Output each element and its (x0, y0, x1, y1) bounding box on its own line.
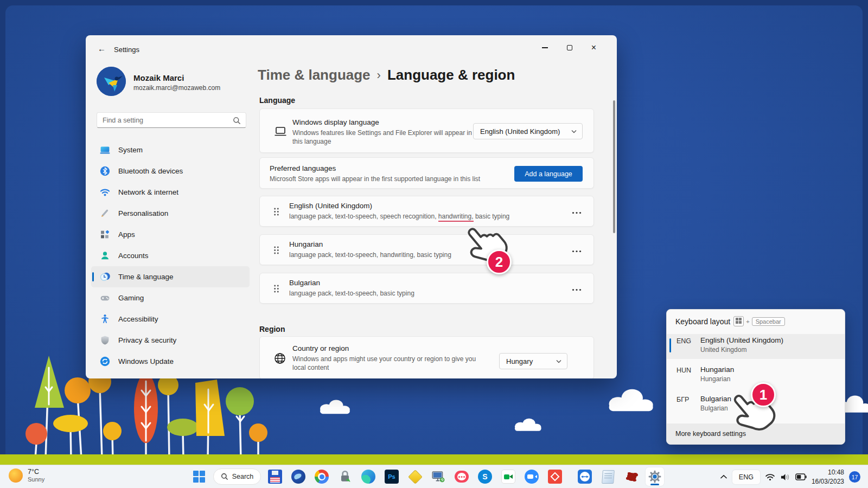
setting-title: Country or region (292, 344, 488, 352)
display-language-dropdown[interactable]: English (United Kingdom) (473, 123, 583, 139)
step-number: 1 (760, 387, 767, 403)
update-icon (100, 356, 110, 367)
floppy-app-icon (268, 470, 282, 484)
settings-search (97, 112, 246, 128)
taskbar-app-chrome[interactable] (312, 467, 331, 486)
screen: { "win": { "title": "Settings", "user": … (0, 0, 868, 488)
taskbar-app-teamviewer[interactable] (576, 467, 594, 486)
country-dropdown[interactable]: Hungary (499, 353, 567, 369)
taskbar-app-notepad[interactable] (599, 467, 617, 486)
layout-item-english-uk[interactable]: ENG English (United Kingdom) United King… (667, 334, 845, 359)
selected-accent-bar (92, 272, 94, 281)
laptop-icon (274, 126, 287, 138)
taskbar-app-floppy[interactable] (266, 467, 284, 486)
layout-name: Hungarian (700, 365, 734, 374)
setting-description: Windows and apps might use your country … (292, 355, 488, 372)
system-icon (100, 145, 110, 155)
cloud (601, 383, 658, 419)
setting-title: Windows display language (292, 118, 477, 126)
taskbar-app-thunderbird[interactable] (289, 467, 308, 486)
taskbar-app-rocketchat[interactable] (452, 467, 471, 486)
sidebar-item-accounts[interactable]: Accounts (91, 245, 250, 266)
sidebar-item-windows-update[interactable]: Windows Update (91, 351, 250, 372)
sidebar-item-apps[interactable]: Apps (91, 224, 250, 245)
taskbar-app-meet[interactable] (499, 467, 518, 486)
sidebar-item-gaming[interactable]: Gaming (91, 287, 250, 309)
windows-logo-icon (193, 471, 205, 483)
minimize-button[interactable] (533, 40, 557, 56)
hummingbird-logo (97, 67, 126, 96)
breadcrumb-parent[interactable]: Time & language (258, 67, 371, 84)
language-features: language pack, text-to-speech, basic typ… (289, 289, 414, 298)
clock[interactable]: 10:48 16/03/2023 (812, 468, 844, 485)
close-button[interactable]: × (582, 40, 606, 56)
more-options-button[interactable] (570, 204, 584, 219)
drag-handle-icon[interactable] (273, 246, 279, 254)
taskbar-app-splat[interactable] (622, 467, 641, 486)
taskbar-app-settings[interactable] (646, 467, 664, 486)
globe-icon (273, 352, 286, 365)
add-language-button[interactable]: Add a language (514, 166, 583, 182)
cloud (315, 397, 354, 416)
sidebar-item-label: Time & language (118, 273, 174, 281)
taskbar-search[interactable]: Search (213, 468, 261, 485)
drag-handle-icon[interactable] (273, 285, 279, 293)
input-language-indicator[interactable]: ENG (732, 470, 760, 484)
plus-label: + (746, 318, 749, 325)
sidebar-item-personalisation[interactable]: Personalisation (91, 203, 250, 224)
features-text: language pack, text-to-speech, speech re… (289, 213, 438, 220)
splatter-app-icon (627, 473, 636, 481)
diamond-app-icon (408, 470, 423, 484)
sidebar-item-system[interactable]: System (91, 139, 250, 160)
more-options-button[interactable] (570, 281, 584, 296)
language-row-hungarian[interactable]: Hungarian language pack, text-to-speech,… (259, 234, 594, 265)
language-row-bulgarian[interactable]: Bulgarian language pack, text-to-speech,… (259, 273, 594, 304)
back-button[interactable]: ← (98, 44, 106, 53)
notification-count-badge[interactable]: 17 (849, 471, 860, 483)
taskbar-app-edge[interactable] (359, 467, 378, 486)
sidebar-item-time-language[interactable]: Time & language (91, 266, 250, 287)
step-badge-2: 2 (487, 249, 512, 274)
maximize-button[interactable] (557, 40, 582, 56)
taskbar-apps: Search Ps S (190, 467, 664, 486)
taskbar-app-anydesk[interactable] (546, 467, 564, 486)
setting-description: Windows features like Settings and File … (292, 129, 477, 146)
taskbar-app-zoom[interactable] (522, 467, 541, 486)
taskbar-weather-widget[interactable]: 7°C Sunny (9, 468, 44, 483)
start-button[interactable] (190, 467, 208, 486)
tray-chevron-up-icon[interactable] (720, 474, 727, 479)
more-options-button[interactable] (570, 243, 584, 257)
paintbrush-icon (100, 208, 110, 219)
taskbar-app-lock[interactable] (336, 467, 354, 486)
layout-code: ENG (676, 336, 700, 359)
handwriting-underlined: handwriting, (438, 213, 474, 222)
notepad-icon (602, 470, 615, 484)
drag-handle-icon[interactable] (273, 208, 279, 216)
wifi-icon[interactable] (765, 473, 775, 481)
taskbar-app-remote-desktop[interactable] (429, 467, 448, 486)
window-controls: × (533, 40, 606, 56)
wifi-icon (100, 187, 110, 197)
taskbar-app-diamond[interactable] (406, 467, 424, 486)
country-region-card: Country or region Windows and apps might… (259, 336, 594, 378)
accessibility-icon (100, 314, 110, 324)
search-input[interactable] (97, 113, 226, 127)
window-scrollbar[interactable] (613, 100, 615, 233)
clock-globe-icon (100, 272, 110, 282)
taskbar-app-skype[interactable]: S (476, 467, 494, 486)
layout-code: HUN (676, 365, 700, 388)
sidebar-item-label: Accessibility (118, 315, 158, 323)
sidebar-item-bluetooth[interactable]: Bluetooth & devices (91, 160, 250, 182)
sidebar-item-privacy[interactable]: Privacy & security (91, 330, 250, 351)
spacebar-key-label: Spacebar (752, 317, 785, 326)
volume-icon[interactable] (780, 473, 790, 481)
breadcrumb: Time & language › Language & region (258, 67, 515, 84)
weather-condition: Sunny (28, 476, 44, 483)
taskbar-app-photoshop[interactable]: Ps (382, 467, 401, 486)
sidebar-item-network[interactable]: Network & internet (91, 182, 250, 203)
battery-icon[interactable] (795, 473, 807, 480)
avatar[interactable] (97, 67, 126, 96)
chrome-icon (315, 470, 329, 484)
sidebar-item-accessibility[interactable]: Accessibility (91, 309, 250, 330)
language-row-english[interactable]: English (United Kingdom) language pack, … (259, 196, 594, 227)
